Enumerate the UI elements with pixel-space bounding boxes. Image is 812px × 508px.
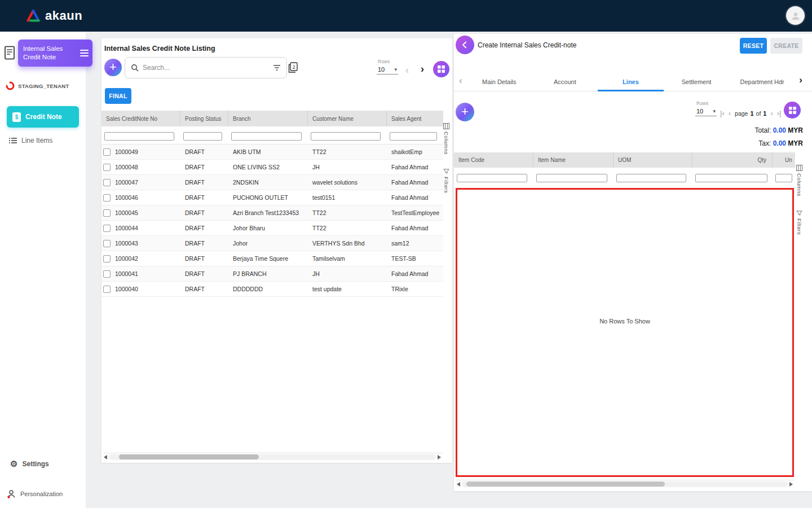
- filter-item-name-input[interactable]: [536, 174, 607, 182]
- tabs-scroll-left[interactable]: ‹: [459, 75, 462, 86]
- tenant-selector[interactable]: STAGING_TENANT: [6, 81, 69, 90]
- pages-icon[interactable]: 2: [288, 62, 298, 73]
- column-header-customer-name[interactable]: Customer Name: [308, 111, 387, 126]
- back-button[interactable]: [456, 36, 474, 54]
- add-credit-note-button[interactable]: +: [104, 59, 122, 76]
- cell-branch: AKIB UTM: [228, 148, 308, 155]
- filter-item-code-input[interactable]: [457, 174, 527, 182]
- table-row[interactable]: 1000043 DRAFT Johor VERTHYS Sdn Bhd sam1…: [102, 236, 443, 251]
- module-pill[interactable]: Internal Sales Credit Note: [18, 40, 92, 67]
- row-checkbox[interactable]: [103, 225, 111, 232]
- rows-value[interactable]: 10 ▾: [377, 65, 398, 75]
- rows-per-page-select[interactable]: Rows 10 ▾: [377, 59, 398, 75]
- sidebar-module-internal-sales-credit-note[interactable]: Internal Sales Credit Note: [1, 40, 92, 67]
- grid-view-button[interactable]: [433, 61, 449, 77]
- create-title: Create Internal Sales Credit-note: [478, 41, 576, 49]
- column-header-unit-price[interactable]: Un: [773, 152, 795, 168]
- cell-customer-name: TT22: [308, 209, 387, 216]
- column-header-item-code[interactable]: Item Code: [454, 152, 533, 168]
- sidebar-item-credit-note[interactable]: $ Credit Note: [7, 106, 79, 128]
- search-input[interactable]: [143, 64, 269, 72]
- reset-button[interactable]: RESET: [740, 38, 767, 54]
- next-page-button[interactable]: ›: [770, 109, 773, 117]
- filter-creditnote-no-input[interactable]: [104, 132, 174, 141]
- filters-side-tab[interactable]: Filters: [796, 210, 802, 235]
- prev-page-button[interactable]: ‹: [729, 109, 731, 117]
- tab-settlement[interactable]: Settlement: [664, 72, 730, 91]
- row-checkbox[interactable]: [103, 255, 111, 262]
- scrollbar-track[interactable]: [109, 454, 436, 460]
- scrollbar-track[interactable]: [462, 481, 788, 487]
- tab-department-hdr[interactable]: Department Hdr: [729, 72, 795, 91]
- scroll-right-arrow[interactable]: [438, 455, 441, 459]
- sidebar-item-settings[interactable]: ⚙ Settings: [10, 459, 49, 468]
- grid-view-button[interactable]: [784, 102, 801, 119]
- table-row[interactable]: 1000047 DRAFT 2NDSKIN wavelet solutions …: [102, 175, 443, 190]
- sidebar-item-label: Personalization: [20, 491, 63, 497]
- cell-customer-name: test0151: [308, 194, 387, 201]
- column-header-sales-creditnote-no[interactable]: Sales CreditNote No: [102, 111, 180, 126]
- next-page-button[interactable]: ›: [421, 63, 424, 75]
- plus-icon: +: [461, 106, 469, 118]
- row-checkbox[interactable]: [103, 270, 111, 278]
- table-row[interactable]: 1000040 DRAFT DDDDDDD test update TRixle: [102, 282, 443, 297]
- tab-account[interactable]: Account: [532, 72, 598, 91]
- row-checkbox[interactable]: [103, 179, 111, 186]
- horizontal-scrollbar[interactable]: [456, 480, 794, 488]
- table-row[interactable]: 1000044 DRAFT Johor Bharu TT22 Fahad Ahm…: [102, 221, 443, 236]
- table-row[interactable]: 1000041 DRAFT PJ BRANCH JH Fahad Ahmad: [102, 266, 443, 282]
- filter-customer-name-input[interactable]: [311, 132, 381, 141]
- create-button[interactable]: CREATE: [770, 38, 802, 54]
- row-checkbox[interactable]: [103, 209, 111, 217]
- collapse-menu-icon[interactable]: [80, 50, 89, 56]
- tabs-scroll-right[interactable]: ›: [799, 75, 802, 86]
- rows-value[interactable]: 10 ▾: [695, 107, 717, 116]
- filter-branch-input[interactable]: [231, 132, 302, 141]
- scroll-left-arrow[interactable]: [457, 482, 460, 487]
- column-header-uom[interactable]: UOM: [614, 152, 692, 168]
- scrollbar-thumb[interactable]: [119, 454, 259, 459]
- rows-per-page-select[interactable]: Rows 10 ▾: [695, 100, 717, 116]
- row-checkbox[interactable]: [103, 286, 111, 293]
- tab-main-details[interactable]: Main Details: [466, 72, 532, 91]
- filters-side-tab[interactable]: Filters: [443, 168, 449, 193]
- filter-uom-input[interactable]: [616, 174, 686, 182]
- filter-funnel-icon[interactable]: [273, 64, 281, 71]
- cell-creditnote-no: 1000045: [115, 209, 138, 216]
- final-status-button[interactable]: FINAL: [105, 88, 131, 104]
- row-checkbox[interactable]: [103, 240, 111, 247]
- table-row[interactable]: 1000045 DRAFT Azri Branch Test1233453 TT…: [102, 205, 443, 221]
- sidebar-item-line-items[interactable]: Line Items: [9, 137, 52, 144]
- row-checkbox[interactable]: [103, 164, 111, 171]
- horizontal-scrollbar[interactable]: [103, 453, 442, 461]
- table-row[interactable]: 1000049 DRAFT AKIB UTM TT22 shaikotEmp: [102, 144, 443, 160]
- row-checkbox[interactable]: [103, 148, 111, 156]
- last-page-button[interactable]: ›|: [777, 109, 782, 117]
- column-header-posting-status[interactable]: Posting Status: [180, 111, 228, 126]
- first-page-button[interactable]: |‹: [720, 109, 725, 117]
- filter-qty-input[interactable]: [695, 174, 767, 182]
- table-row[interactable]: 1000048 DRAFT ONE LIVING SS2 JH Fahad Ah…: [102, 160, 443, 175]
- scrollbar-thumb[interactable]: [466, 481, 665, 487]
- table-row[interactable]: 1000042 DRAFT Berjaya Time Squere Tamils…: [102, 251, 443, 266]
- table-row[interactable]: 1000046 DRAFT PUCHONG OUTLET test0151 Fa…: [102, 190, 443, 205]
- row-checkbox[interactable]: [103, 194, 111, 202]
- filter-posting-status-input[interactable]: [183, 132, 222, 141]
- column-header-sales-agent[interactable]: Sales Agent: [387, 111, 443, 126]
- column-header-branch[interactable]: Branch: [228, 111, 308, 126]
- filter-sales-agent-input[interactable]: [390, 132, 437, 141]
- columns-side-tab[interactable]: Columns: [443, 123, 449, 155]
- scroll-left-arrow[interactable]: [104, 455, 107, 459]
- add-line-button[interactable]: +: [456, 103, 474, 121]
- sidebar-item-personalization[interactable]: Personalization: [7, 489, 63, 498]
- column-header-qty[interactable]: Qty: [692, 152, 773, 168]
- columns-side-tab[interactable]: Columns: [796, 165, 802, 196]
- filter-unit-price-input[interactable]: [775, 174, 792, 182]
- prev-page-button[interactable]: ‹: [405, 64, 409, 76]
- scroll-right-arrow[interactable]: [789, 482, 793, 487]
- user-avatar[interactable]: [786, 6, 805, 25]
- plus-icon: +: [109, 61, 117, 73]
- tab-lines[interactable]: Lines: [598, 72, 664, 91]
- column-header-item-name[interactable]: Item Name: [533, 152, 614, 168]
- line-items-table: Item Code Item Name UOM Qty Un: [454, 152, 795, 186]
